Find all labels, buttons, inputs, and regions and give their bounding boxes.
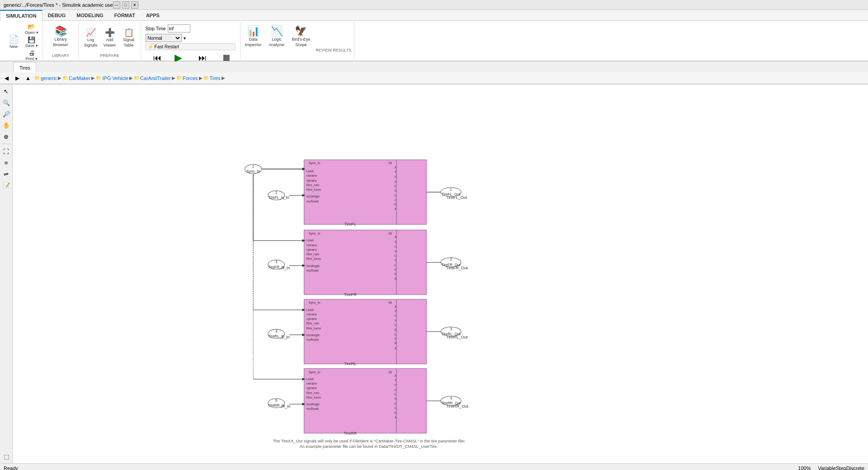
file-group: 📄 New 📂 Open ▾ 💾 Save ▾ 🖨 Print ▾ FILE [2, 22, 43, 60]
svg-text:Rim_turnv: Rim_turnv [307, 327, 321, 330]
svg-text:TireRR: TireRR [344, 431, 357, 436]
svg-text:1: 1 [252, 164, 255, 169]
svg-text:Load: Load [307, 377, 314, 381]
stop-time-label: Stop Time [146, 26, 166, 31]
library-browser-button[interactable]: 📚 Library Browser [52, 25, 70, 48]
save-button[interactable]: 💾 Save ▾ [24, 36, 40, 48]
log-signals-button[interactable]: 📈 Log Signals [82, 28, 100, 48]
menu-tab-apps[interactable]: APPS [141, 10, 165, 21]
nav-forward-button[interactable]: ▶ [13, 74, 22, 83]
svg-text:Sync_In: Sync_In [309, 301, 321, 305]
svg-text:5: 5 [275, 399, 278, 403]
nav-back-button[interactable]: ◀ [2, 74, 11, 83]
crosshair-tool[interactable]: ⊕ [1, 132, 11, 141]
svg-text:Sli: Sli [388, 232, 392, 235]
breadcrumb: 📁 generic ▶ 📁 CarMaker ▶ 📁 IPG Vehicle ▶… [34, 75, 225, 81]
tires-tab[interactable]: Tires [14, 62, 36, 72]
breadcrumb-ipg-vehicle[interactable]: IPG Vehicle [102, 75, 128, 81]
svg-text:Sli: Sli [388, 161, 392, 165]
svg-rect-100 [304, 369, 396, 433]
svg-text:muRoad: muRoad [307, 338, 319, 342]
breadcrumb-icon-ipg: 📁 [96, 75, 101, 80]
svg-text:vxtrans: vxtrans [307, 174, 317, 178]
svg-rect-55 [396, 230, 426, 295]
breadcrumb-generic[interactable]: generic [41, 75, 57, 81]
logic-analyzer-button[interactable]: 📉 Logic Analyzer [267, 25, 287, 48]
svg-rect-121 [396, 369, 426, 433]
breadcrumb-tires[interactable]: Tires [210, 75, 221, 81]
pan-tool[interactable]: ✋ [1, 120, 11, 130]
svg-text:TireFL: TireFL [344, 222, 356, 226]
left-sidebar: ↖ 🔍 🔎 ✋ ⊕ ⛶ ≡ ⇌ 📝 ⬚ [0, 85, 13, 463]
svg-text:Load: Load [307, 308, 314, 312]
stop-time-input[interactable] [168, 24, 190, 33]
signal-table-button[interactable]: 📋 Signal Table [120, 28, 138, 48]
stop-time-area: Stop Time Normal Accelerator Rapid Accel… [144, 23, 237, 52]
open-icon: 📂 [28, 23, 35, 30]
svg-text:vxtrans: vxtrans [307, 313, 317, 316]
simulation-mode-select[interactable]: Normal Accelerator Rapid Accelerator [146, 34, 182, 42]
svg-text:vytrans: vytrans [307, 317, 317, 321]
log-signals-icon: 📈 [86, 28, 96, 37]
menu-tab-debug[interactable]: DEBUG [42, 10, 71, 21]
svg-text:Rim_turnv: Rim_turnv [307, 188, 321, 192]
review-results-label: REVIEW RESULTS [316, 48, 351, 53]
add-viewer-icon: ➕ [105, 28, 115, 37]
titlebar: generic/.../Forces/Tires * - Simulink ac… [0, 0, 868, 10]
library-group: 📚 Library Browser LIBRARY [43, 22, 79, 60]
lines-tool[interactable]: ⇌ [1, 169, 11, 179]
birds-eye-scope-button[interactable]: 🦅 Bird's-Eye Scope [290, 25, 312, 48]
breadcrumb-carmaker[interactable]: CarMaker [69, 75, 90, 81]
minimize-button[interactable]: ─ [113, 1, 120, 9]
nav-up-button[interactable]: ▲ [24, 74, 33, 83]
zoom-out-tool[interactable]: 🔎 [1, 109, 11, 119]
svg-text:TireFL_Out: TireFL_Out [442, 193, 461, 197]
print-button[interactable]: 🖨 Print ▾ [24, 49, 40, 61]
annotation-tool[interactable]: 📝 [1, 180, 11, 190]
stop-time-row: Stop Time [146, 24, 236, 33]
save-icon: 💾 [28, 36, 35, 43]
breadcrumb-icon-carmaker: 📁 [62, 75, 68, 80]
menu-tab-format[interactable]: FORMAT [109, 10, 141, 21]
review-label-wrapper: REVIEW RESULTS [316, 48, 351, 53]
data-inspector-button[interactable]: 📊 Data Inspector [243, 25, 264, 48]
add-viewer-button[interactable]: ➕ Add Viewer [101, 28, 119, 48]
svg-text:vxtrans: vxtrans [307, 244, 317, 247]
fit-view-tool[interactable]: ⛶ [1, 146, 11, 156]
hierarchy-tool[interactable]: ≡ [1, 158, 11, 168]
zoom-in-tool[interactable]: 🔍 [1, 98, 11, 108]
svg-text:vytrans: vytrans [307, 179, 317, 183]
menu-tab-modeling[interactable]: MODELING [71, 10, 108, 21]
canvas-area[interactable]: 1 Sync_In Sync_In Sli Load vxtrans vytra… [13, 85, 868, 463]
svg-text:muRoad: muRoad [307, 269, 319, 273]
maximize-button[interactable]: □ [122, 1, 129, 9]
breadcrumb-icon-tires: 📁 [203, 75, 209, 80]
breadcrumb-forces[interactable]: Forces [183, 75, 198, 81]
library-label: LIBRARY [52, 53, 69, 59]
logic-analyzer-icon: 📉 [271, 26, 283, 36]
close-button[interactable]: ✕ [131, 1, 138, 9]
new-icon: 📄 [9, 35, 19, 43]
step-forward-icon: ⏭ [198, 54, 207, 62]
window-controls: ─ □ ✕ [113, 1, 138, 9]
svg-text:Sync_In: Sync_In [309, 371, 321, 374]
tabs-row: Tires [0, 61, 868, 72]
new-button[interactable]: 📄 New [5, 34, 23, 50]
pointer-tool[interactable]: ↖ [1, 86, 11, 96]
ready-status: Ready [4, 465, 18, 470]
svg-text:InclAngle: InclAngle [307, 403, 320, 406]
fast-restart-button[interactable]: ⚡ Fast Restart [146, 43, 236, 50]
collapse-panel-tool[interactable]: ⬚ [1, 451, 11, 461]
menu-tab-simulation[interactable]: SIMULATION [0, 10, 42, 21]
menubar: SIMULATION DEBUG MODELING FORMAT APPS [0, 10, 868, 21]
open-button[interactable]: 📂 Open ▾ [24, 23, 40, 35]
svg-text:TireFR: TireFR [344, 292, 357, 297]
status-bar: Ready 100% VariableStepDiscrete [0, 463, 868, 470]
svg-text:vytrans: vytrans [307, 248, 317, 252]
data-inspector-icon: 📊 [247, 26, 259, 36]
fast-restart-area: ⚡ Fast Restart [146, 43, 236, 50]
svg-text:4: 4 [450, 396, 452, 400]
svg-text:Sync_In: Sync_In [309, 232, 321, 235]
svg-text:muRoad: muRoad [307, 407, 319, 411]
breadcrumb-car-and-trailer[interactable]: CarAndTrailer [140, 75, 171, 81]
